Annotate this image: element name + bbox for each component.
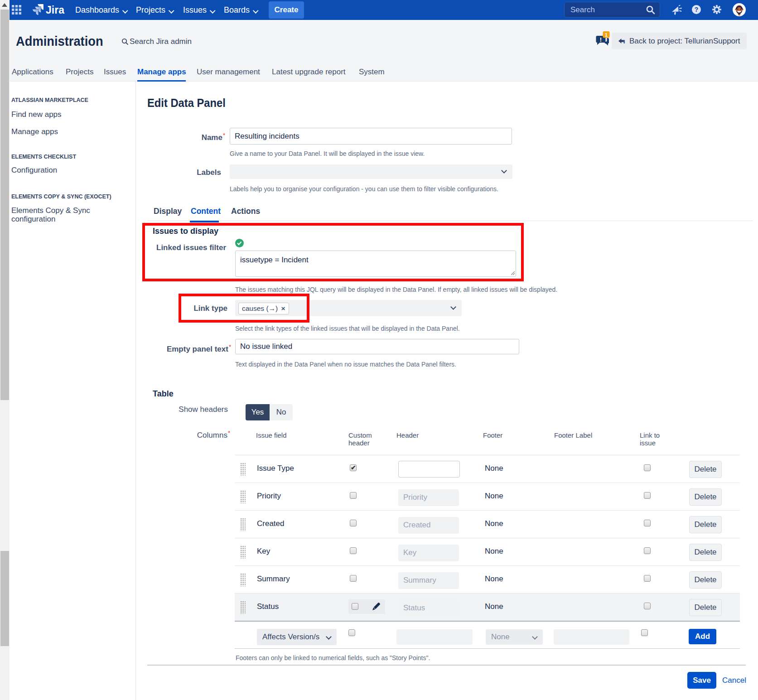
svg-text:?: ? (695, 6, 699, 13)
svg-text:!: ! (600, 36, 602, 43)
svg-text:1: 1 (605, 32, 608, 38)
